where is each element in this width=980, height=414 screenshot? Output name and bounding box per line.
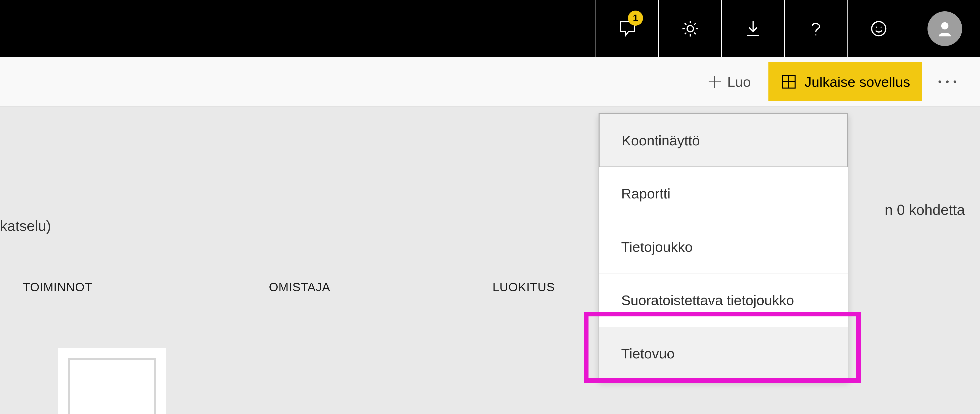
- avatar: [928, 11, 962, 46]
- svg-point-12: [946, 80, 949, 83]
- app-grid-icon: [781, 74, 797, 90]
- svg-point-13: [954, 80, 956, 83]
- plus-icon: [707, 74, 722, 89]
- help-icon: [806, 19, 826, 38]
- more-options-button[interactable]: [932, 67, 963, 97]
- svg-point-5: [941, 22, 948, 29]
- svg-point-11: [939, 80, 941, 83]
- smiley-icon: [869, 19, 889, 38]
- publish-label: Julkaise sovellus: [805, 74, 910, 90]
- create-dropdown: KoontinäyttöRaporttiTietojoukkoSuoratois…: [598, 113, 848, 381]
- notifications-button[interactable]: 1: [595, 0, 659, 58]
- create-button[interactable]: Luo: [700, 69, 758, 95]
- svg-point-0: [687, 26, 693, 32]
- svg-point-3: [876, 26, 877, 28]
- create-dropdown-item[interactable]: Raportti: [599, 167, 848, 221]
- gear-icon: [681, 19, 700, 38]
- notification-badge: 1: [628, 11, 643, 26]
- ellipsis-icon: [937, 79, 958, 84]
- content-thumbnail[interactable]: [58, 348, 166, 414]
- column-actions: TOIMINNOT: [22, 280, 269, 294]
- create-dropdown-item[interactable]: Suoratoistettava tietojoukko: [599, 274, 848, 327]
- account-button[interactable]: [910, 0, 980, 58]
- svg-point-2: [872, 22, 886, 36]
- app-header: 1: [0, 0, 980, 58]
- download-icon: [743, 19, 763, 38]
- feedback-button[interactable]: [847, 0, 910, 58]
- settings-button[interactable]: [659, 0, 721, 58]
- svg-point-1: [815, 34, 816, 36]
- create-label: Luo: [727, 74, 751, 90]
- svg-point-4: [880, 26, 882, 28]
- help-button[interactable]: [784, 0, 847, 58]
- download-button[interactable]: [721, 0, 784, 58]
- column-owner: OMISTAJA: [269, 280, 493, 294]
- person-icon: [935, 19, 955, 39]
- publish-app-button[interactable]: Julkaise sovellus: [768, 62, 922, 101]
- create-dropdown-item[interactable]: Tietojoukko: [599, 221, 848, 274]
- create-dropdown-item[interactable]: Tietovuo: [599, 327, 848, 380]
- items-count: n 0 kohdetta: [885, 201, 965, 218]
- thumbnail-frame: [68, 358, 156, 414]
- create-dropdown-item[interactable]: Koontinäyttö: [599, 113, 848, 167]
- view-label-fragment: katselu): [0, 217, 51, 234]
- action-toolbar: Luo Julkaise sovellus: [0, 58, 980, 107]
